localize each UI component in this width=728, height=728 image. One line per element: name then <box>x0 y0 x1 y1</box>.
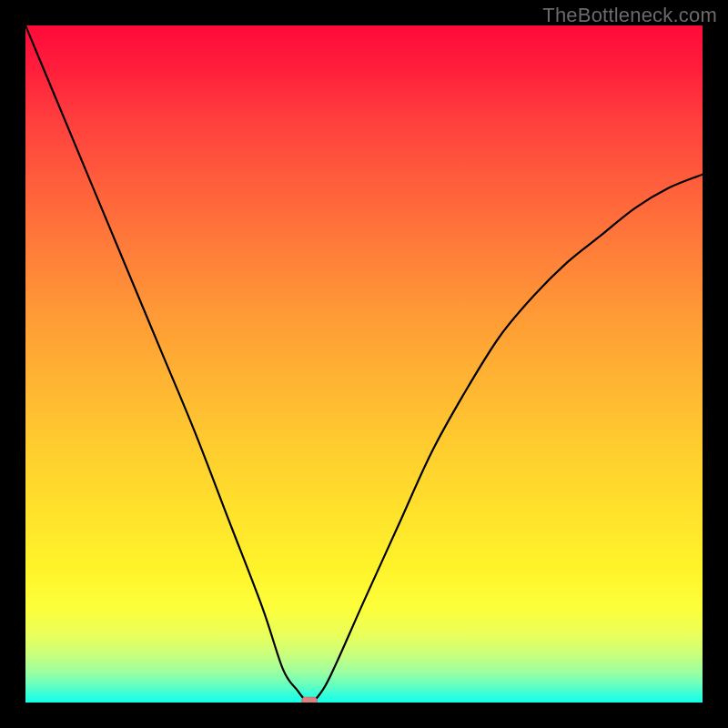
chart-curve <box>25 25 703 703</box>
bottleneck-curve-path <box>25 25 703 703</box>
watermark-label: TheBottleneck.com <box>542 4 717 27</box>
optimum-marker <box>301 697 318 703</box>
chart-plot-area <box>25 25 703 703</box>
